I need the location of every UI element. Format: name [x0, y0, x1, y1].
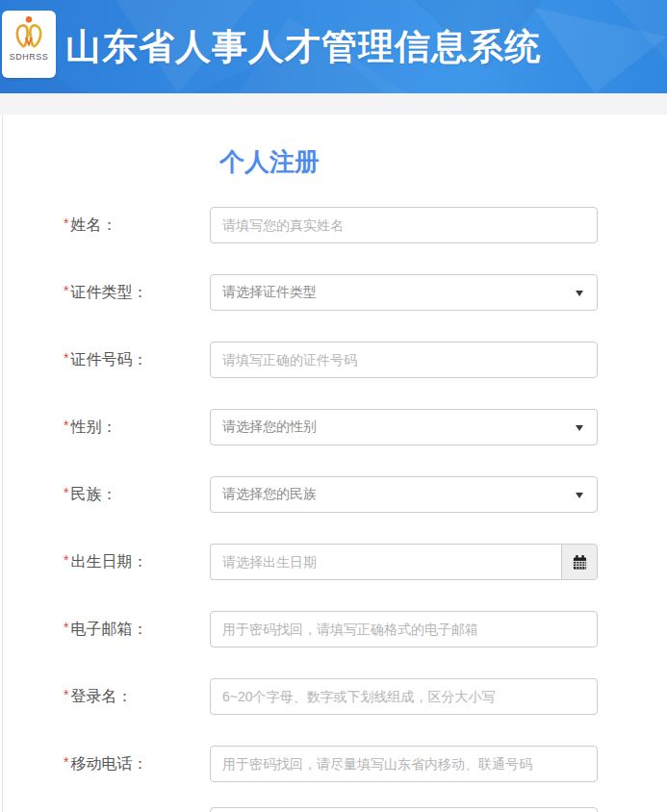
required-asterisk: * — [64, 216, 68, 231]
app-title: 山东省人事人才管理信息系统 — [65, 0, 541, 93]
field-label-text: 电子邮箱： — [70, 620, 147, 640]
field-control — [210, 544, 598, 580]
required-asterisk: * — [64, 418, 68, 433]
form-row-ethnicity: *民族：请选择您的民族 — [64, 476, 667, 513]
field-control — [210, 611, 598, 647]
id-type-select[interactable]: 请选择证件类型 — [210, 274, 598, 311]
required-asterisk: * — [64, 754, 68, 770]
form-row-gender: *性别：请选择您的性别 — [64, 409, 667, 445]
selected-value: 请选择您的民族 — [211, 486, 317, 503]
form-row-email: *电子邮箱： — [64, 611, 667, 647]
form-row-login-name: *登录名： — [64, 678, 667, 715]
field-label-ethnicity: *民族： — [64, 485, 210, 505]
field-label-real-name: *姓名： — [64, 216, 210, 236]
field-label-email: *电子邮箱： — [64, 620, 210, 640]
field-label-text: 移动电话： — [70, 754, 147, 774]
field-label-id-number: *证件号码： — [64, 350, 210, 370]
logo-caption: SDHRSS — [10, 52, 49, 62]
id-number-input[interactable] — [210, 342, 598, 378]
form-fields: *姓名：*证件类型：请选择证件类型*证件号码：*性别：请选择您的性别*民族：请选… — [3, 207, 667, 782]
selected-value: 请选择您的性别 — [211, 419, 317, 436]
field-control: 请选择您的性别 — [210, 409, 598, 445]
chevron-down-icon — [576, 425, 583, 431]
birth-date-input[interactable] — [210, 544, 561, 580]
field-label-text: 性别： — [70, 418, 116, 438]
chevron-down-icon — [576, 291, 583, 296]
calendar-icon — [572, 554, 588, 571]
real-name-input[interactable] — [210, 207, 598, 243]
form-row-id-type: *证件类型：请选择证件类型 — [64, 274, 667, 311]
form-row-mobile-phone: *移动电话： — [64, 746, 667, 782]
page-title: 个人注册 — [219, 147, 667, 176]
birth-date-group — [210, 544, 598, 580]
chevron-down-icon — [576, 493, 583, 498]
selected-value: 请选择证件类型 — [211, 284, 317, 301]
form-row-real-name: *姓名： — [64, 207, 667, 243]
app-logo: SDHRSS — [2, 11, 56, 78]
app-header: SDHRSS 山东省人事人才管理信息系统 — [0, 0, 667, 93]
next-field-input-partial[interactable] — [210, 807, 598, 812]
form-row-birth-date: *出生日期： — [64, 544, 667, 580]
required-asterisk: * — [64, 350, 68, 366]
ethnicity-select[interactable]: 请选择您的民族 — [210, 476, 598, 513]
gender-select[interactable]: 请选择您的性别 — [210, 409, 598, 445]
required-asterisk: * — [64, 687, 68, 702]
field-label-birth-date: *出生日期： — [64, 552, 210, 572]
field-label-text: 证件号码： — [70, 350, 147, 370]
field-label-text: 证件类型： — [70, 283, 147, 303]
field-control — [210, 746, 598, 782]
field-control: 请选择您的民族 — [210, 476, 598, 513]
mobile-phone-input[interactable] — [210, 746, 598, 782]
field-label-gender: *性别： — [64, 418, 210, 438]
field-label-text: 出生日期： — [70, 552, 147, 572]
field-label-id-type: *证件类型： — [64, 283, 210, 303]
header-divider-band — [0, 93, 667, 114]
email-input[interactable] — [210, 611, 598, 647]
login-name-input[interactable] — [210, 678, 598, 715]
field-label-login-name: *登录名： — [64, 687, 210, 707]
sdhrss-emblem-icon — [11, 14, 47, 51]
required-asterisk: * — [64, 552, 68, 568]
required-asterisk: * — [64, 283, 68, 298]
registration-panel: 个人注册 *姓名：*证件类型：请选择证件类型*证件号码：*性别：请选择您的性别*… — [2, 114, 667, 812]
calendar-button[interactable] — [561, 544, 598, 580]
field-label-mobile-phone: *移动电话： — [64, 754, 210, 774]
required-asterisk: * — [64, 485, 68, 500]
field-label-text: 姓名： — [70, 216, 116, 236]
field-control — [210, 678, 598, 715]
form-row-id-number: *证件号码： — [64, 342, 667, 378]
field-control — [210, 342, 598, 378]
required-asterisk: * — [64, 620, 68, 635]
field-label-text: 民族： — [70, 485, 116, 505]
field-control: 请选择证件类型 — [210, 274, 598, 311]
field-control — [210, 207, 598, 243]
field-label-text: 登录名： — [70, 687, 132, 707]
